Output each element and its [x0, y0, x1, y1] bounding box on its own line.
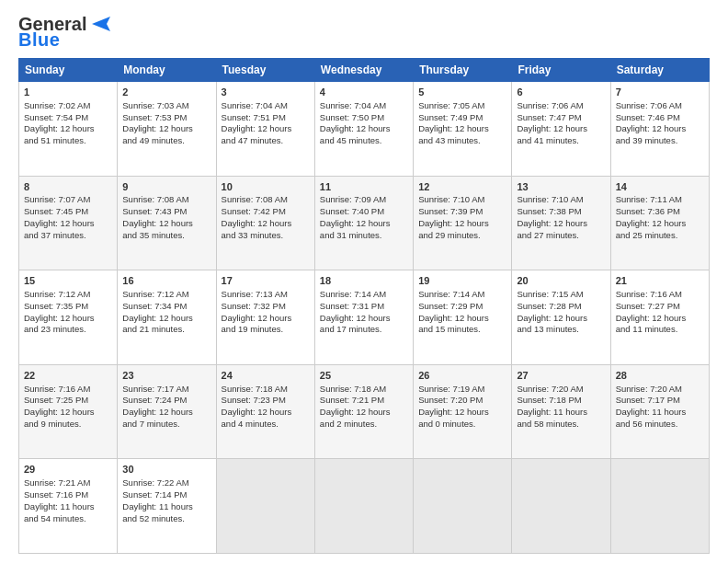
sunset-text: Sunset: 7:35 PM — [24, 301, 88, 311]
daylight-and: and 43 minutes. — [418, 135, 481, 145]
sunset-text: Sunset: 7:29 PM — [418, 301, 483, 311]
sunset-text: Sunset: 7:51 PM — [222, 112, 286, 122]
sunrise-text: Sunrise: 7:03 AM — [122, 100, 188, 110]
sunset-text: Sunset: 7:40 PM — [320, 206, 384, 216]
sunrise-text: Sunrise: 7:08 AM — [122, 194, 188, 204]
daylight-label: Daylight: 12 hours — [418, 123, 489, 133]
daylight-label: Daylight: 12 hours — [122, 407, 193, 417]
sunset-text: Sunset: 7:53 PM — [122, 112, 187, 122]
calendar-cell: 16Sunrise: 7:12 AMSunset: 7:34 PMDayligh… — [118, 270, 216, 365]
sunrise-text: Sunrise: 7:09 AM — [320, 194, 386, 204]
sunrise-text: Sunrise: 7:18 AM — [222, 384, 288, 394]
daylight-label: Daylight: 12 hours — [418, 218, 489, 228]
sunset-text: Sunset: 7:27 PM — [616, 301, 680, 311]
daylight-label: Daylight: 12 hours — [122, 313, 193, 323]
sunset-text: Sunset: 7:28 PM — [517, 301, 581, 311]
sunrise-text: Sunrise: 7:04 AM — [320, 100, 386, 110]
sunset-text: Sunset: 7:31 PM — [320, 301, 384, 311]
calendar-cell: 1Sunrise: 7:02 AMSunset: 7:54 PMDaylight… — [19, 82, 118, 177]
calendar-cell: 10Sunrise: 7:08 AMSunset: 7:42 PMDayligh… — [216, 176, 314, 270]
sunset-text: Sunset: 7:45 PM — [24, 206, 88, 216]
sunset-text: Sunset: 7:39 PM — [418, 206, 483, 216]
calendar-cell: 30Sunrise: 7:22 AMSunset: 7:14 PMDayligh… — [118, 459, 216, 554]
daylight-and: and 0 minutes. — [418, 419, 475, 429]
sunrise-text: Sunrise: 7:16 AM — [24, 384, 90, 394]
daylight-and: and 31 minutes. — [320, 230, 382, 240]
sunset-text: Sunset: 7:17 PM — [616, 395, 680, 405]
calendar-cell: 2Sunrise: 7:03 AMSunset: 7:53 PMDaylight… — [118, 82, 216, 177]
calendar-cell: 5Sunrise: 7:05 AMSunset: 7:49 PMDaylight… — [414, 82, 512, 177]
daylight-and: and 51 minutes. — [24, 135, 86, 145]
daylight-and: and 54 minutes. — [24, 513, 86, 523]
daylight-label: Daylight: 12 hours — [320, 123, 391, 133]
daylight-label: Daylight: 12 hours — [418, 407, 489, 417]
sunset-text: Sunset: 7:18 PM — [517, 395, 581, 405]
weekday-header-monday: Monday — [118, 59, 216, 82]
calendar-cell: 28Sunrise: 7:20 AMSunset: 7:17 PMDayligh… — [610, 364, 709, 459]
daylight-and: and 49 minutes. — [122, 135, 185, 145]
day-number: 5 — [418, 86, 506, 99]
daylight-and: and 7 minutes. — [122, 419, 179, 429]
calendar-cell: 14Sunrise: 7:11 AMSunset: 7:36 PMDayligh… — [610, 176, 709, 270]
day-number: 12 — [418, 180, 506, 194]
calendar-cell: 27Sunrise: 7:20 AMSunset: 7:18 PMDayligh… — [512, 364, 610, 459]
day-number: 1 — [24, 86, 112, 99]
sunset-text: Sunset: 7:49 PM — [418, 112, 483, 122]
daylight-label: Daylight: 12 hours — [24, 123, 95, 133]
day-number: 16 — [122, 274, 210, 288]
calendar-cell: 20Sunrise: 7:15 AMSunset: 7:28 PMDayligh… — [512, 270, 610, 365]
daylight-and: and 41 minutes. — [517, 135, 579, 145]
sunrise-text: Sunrise: 7:05 AM — [418, 100, 484, 110]
calendar-week-3: 15Sunrise: 7:12 AMSunset: 7:35 PMDayligh… — [19, 270, 710, 365]
sunrise-text: Sunrise: 7:18 AM — [320, 384, 386, 394]
daylight-and: and 56 minutes. — [616, 419, 678, 429]
daylight-label: Daylight: 11 hours — [616, 407, 687, 417]
sunrise-text: Sunrise: 7:07 AM — [24, 194, 90, 204]
sunset-text: Sunset: 7:20 PM — [418, 395, 483, 405]
day-number: 8 — [24, 180, 112, 194]
sunrise-text: Sunrise: 7:06 AM — [517, 100, 583, 110]
sunset-text: Sunset: 7:38 PM — [517, 206, 581, 216]
daylight-label: Daylight: 12 hours — [122, 218, 193, 228]
sunrise-text: Sunrise: 7:12 AM — [24, 289, 90, 299]
daylight-label: Daylight: 12 hours — [517, 313, 587, 323]
daylight-label: Daylight: 12 hours — [320, 407, 391, 417]
day-number: 20 — [517, 274, 605, 288]
calendar-cell: 23Sunrise: 7:17 AMSunset: 7:24 PMDayligh… — [118, 364, 216, 459]
daylight-and: and 15 minutes. — [418, 324, 481, 334]
day-number: 21 — [616, 274, 704, 288]
sunrise-text: Sunrise: 7:04 AM — [222, 100, 288, 110]
sunrise-text: Sunrise: 7:13 AM — [222, 289, 288, 299]
calendar-cell: 19Sunrise: 7:14 AMSunset: 7:29 PMDayligh… — [414, 270, 512, 365]
daylight-and: and 2 minutes. — [320, 419, 377, 429]
sunset-text: Sunset: 7:23 PM — [222, 395, 286, 405]
sunset-text: Sunset: 7:47 PM — [517, 112, 581, 122]
sunrise-text: Sunrise: 7:19 AM — [418, 384, 484, 394]
day-number: 3 — [222, 86, 310, 99]
weekday-header-sunday: Sunday — [19, 59, 118, 82]
daylight-and: and 37 minutes. — [24, 230, 86, 240]
daylight-label: Daylight: 12 hours — [222, 123, 292, 133]
sunrise-text: Sunrise: 7:08 AM — [222, 194, 288, 204]
daylight-label: Daylight: 12 hours — [320, 218, 391, 228]
sunset-text: Sunset: 7:54 PM — [24, 112, 88, 122]
daylight-and: and 25 minutes. — [616, 230, 678, 240]
calendar-cell: 18Sunrise: 7:14 AMSunset: 7:31 PMDayligh… — [314, 270, 413, 365]
sunrise-text: Sunrise: 7:10 AM — [517, 194, 583, 204]
calendar-cell — [512, 459, 610, 554]
sunrise-text: Sunrise: 7:14 AM — [320, 289, 386, 299]
daylight-and: and 23 minutes. — [24, 324, 86, 334]
daylight-label: Daylight: 12 hours — [517, 123, 587, 133]
calendar-cell — [414, 459, 512, 554]
sunset-text: Sunset: 7:34 PM — [122, 301, 187, 311]
daylight-label: Daylight: 12 hours — [616, 313, 687, 323]
daylight-and: and 27 minutes. — [517, 230, 579, 240]
calendar-cell: 6Sunrise: 7:06 AMSunset: 7:47 PMDaylight… — [512, 82, 610, 177]
sunset-text: Sunset: 7:36 PM — [616, 206, 680, 216]
day-number: 29 — [24, 463, 112, 477]
daylight-label: Daylight: 12 hours — [122, 123, 193, 133]
sunset-text: Sunset: 7:43 PM — [122, 206, 187, 216]
daylight-label: Daylight: 11 hours — [517, 407, 587, 417]
weekday-header-saturday: Saturday — [610, 59, 709, 82]
calendar-week-2: 8Sunrise: 7:07 AMSunset: 7:45 PMDaylight… — [19, 176, 710, 270]
